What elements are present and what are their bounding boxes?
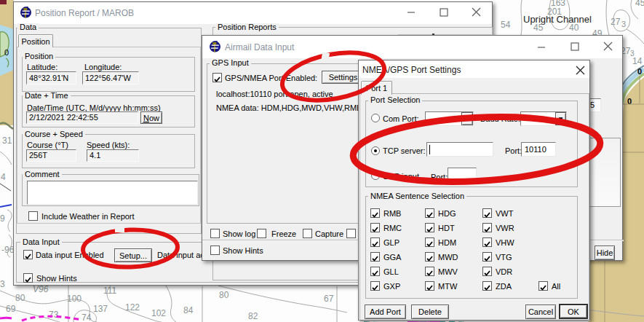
svg-text:45: 45 [635, 0, 644, 8]
svg-text:82: 82 [248, 311, 258, 321]
svg-text:74: 74 [82, 313, 92, 322]
svg-text:73: 73 [49, 310, 59, 320]
svg-text:100: 100 [67, 294, 82, 304]
svg-text:111: 111 [103, 286, 117, 296]
svg-text:3: 3 [0, 279, 5, 289]
svg-text:54: 54 [501, 20, 511, 30]
svg-text:69: 69 [6, 304, 16, 314]
svg-text:84: 84 [183, 305, 194, 315]
svg-text:40: 40 [569, 23, 579, 33]
svg-text:0: 0 [4, 48, 9, 57]
svg-text:V96: V96 [33, 284, 49, 294]
svg-text:9: 9 [0, 213, 5, 224]
svg-text:4: 4 [1, 172, 6, 182]
svg-text:80: 80 [219, 290, 229, 300]
svg-text:102: 102 [151, 308, 166, 318]
svg-text:31: 31 [2, 136, 12, 146]
svg-text:67: 67 [324, 294, 334, 304]
svg-text:27: 27 [611, 17, 621, 27]
svg-text:137: 137 [93, 304, 108, 314]
svg-text:80: 80 [15, 293, 25, 303]
svg-text:3: 3 [621, 20, 626, 28]
svg-text:0: 0 [637, 67, 642, 76]
svg-text:122: 122 [125, 302, 140, 313]
svg-text:14: 14 [632, 56, 643, 66]
svg-text:45: 45 [533, 23, 544, 33]
